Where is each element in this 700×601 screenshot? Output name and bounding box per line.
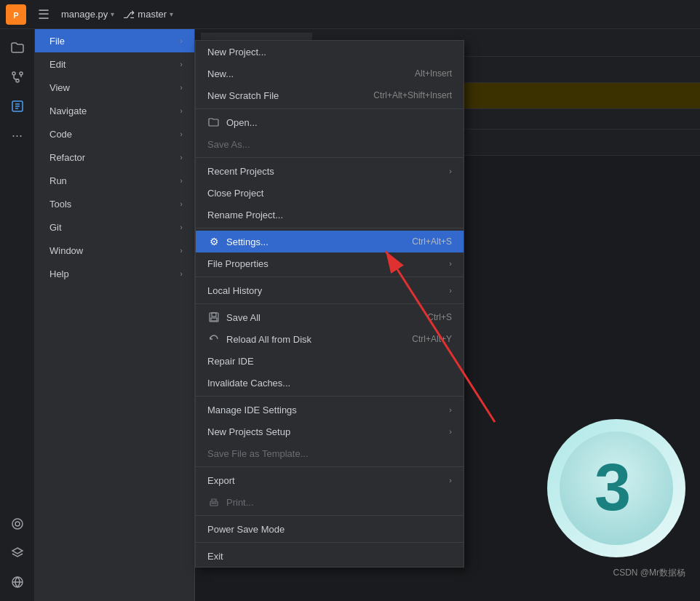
svg-rect-13 (212, 503, 216, 504)
menu-item-file[interactable]: File › (35, 29, 194, 52)
menu-item-edit[interactable]: Edit › (35, 52, 194, 76)
sidebar-icons: ··· (0, 29, 35, 601)
branch-icon: ⎇ (123, 9, 135, 20)
submenu-recent-projects[interactable]: Recent Projects › (196, 160, 464, 182)
svg-rect-11 (211, 318, 217, 321)
separator (196, 276, 464, 277)
separator (196, 157, 464, 158)
sidebar-icon-layers[interactable] (4, 540, 31, 566)
separator (196, 466, 464, 467)
sidebar-icon-folder[interactable] (4, 35, 31, 61)
svg-text:P: P (13, 11, 18, 20)
menu-item-view[interactable]: View › (35, 76, 194, 99)
submenu-open[interactable]: Open... (196, 111, 464, 133)
submenu-local-history[interactable]: Local History › (196, 279, 464, 301)
menu-item-window[interactable]: Window › (35, 239, 194, 262)
submenu-reload-all[interactable]: Reload All from Disk Ctrl+Alt+Y (196, 328, 464, 350)
hamburger-menu[interactable]: ☰ (35, 4, 52, 25)
menu-item-navigate[interactable]: Navigate › (35, 99, 194, 122)
separator (196, 396, 464, 397)
submenu-item-label: New Scratch File (207, 90, 279, 101)
submenu-item-label: Export (207, 475, 235, 486)
submenu-item-label: New Projects Setup (207, 426, 290, 437)
sidebar-icon-active[interactable] (4, 93, 31, 119)
sidebar-bottom (4, 511, 31, 595)
submenu-shortcut: Alt+Insert (415, 68, 452, 79)
menu-item-run[interactable]: Run › (35, 169, 194, 192)
print-icon (207, 495, 220, 509)
submenu-invalidate-caches[interactable]: Invalidate Caches... (196, 372, 464, 394)
submenu-item-label: Repair IDE (207, 356, 254, 367)
submenu-item-label: Open... (226, 117, 258, 128)
submenu-shortcut: Ctrl+S (427, 312, 452, 322)
submenu-save-all[interactable]: Save All Ctrl+S (196, 306, 464, 328)
sidebar-icon-plugins[interactable] (4, 511, 31, 537)
submenu-power-save[interactable]: Power Save Mode (196, 518, 464, 540)
csdn-watermark: CSDN @Mr数据杨 (613, 567, 685, 579)
app-logo: P (6, 4, 26, 25)
branch-selector[interactable]: ⎇ master ▾ (123, 9, 173, 20)
submenu-arrow: › (449, 286, 452, 295)
submenu-item-label: Close Project (207, 188, 263, 199)
svg-point-2 (12, 72, 15, 75)
gear-icon: ⚙ (207, 235, 220, 248)
svg-point-6 (12, 519, 23, 529)
submenu-settings[interactable]: ⚙ Settings... Ctrl+Alt+S (196, 231, 464, 252)
submenu-shortcut: Ctrl+Alt+S (412, 236, 452, 247)
submenu-manage-ide[interactable]: Manage IDE Settings › (196, 399, 464, 421)
sidebar-icon-more[interactable]: ··· (4, 122, 31, 148)
submenu-arrow: › (449, 405, 452, 414)
submenu-new-projects-setup[interactable]: New Projects Setup › (196, 421, 464, 442)
menu-item-git[interactable]: Git › (35, 215, 194, 239)
separator (196, 108, 464, 109)
submenu-item-label: Local History (207, 285, 262, 296)
svg-point-7 (15, 522, 20, 526)
submenu-file-properties[interactable]: File Properties › (196, 252, 464, 274)
sidebar-icon-remote[interactable] (4, 569, 31, 595)
svg-text:3: 3 (594, 451, 631, 524)
save-icon (207, 311, 220, 324)
submenu-new[interactable]: New... Alt+Insert (196, 63, 464, 84)
folder-icon (207, 116, 220, 129)
file-submenu: New Project... New... Alt+Insert New Scr… (195, 40, 464, 568)
reload-icon (207, 333, 220, 346)
submenu-close-project[interactable]: Close Project (196, 182, 464, 204)
submenu-item-label: Recent Projects (207, 166, 274, 177)
submenu-item-label: Save All (226, 312, 260, 323)
separator (196, 228, 464, 228)
menu-item-help[interactable]: Help › (35, 262, 194, 285)
submenu-item-label: Reload All from Disk (226, 334, 311, 345)
submenu-save-as[interactable]: Save As... (196, 133, 464, 155)
separator (196, 303, 464, 304)
top-bar: P ☰ manage.py ▾ ⎇ master ▾ (0, 0, 700, 29)
submenu-export[interactable]: Export › (196, 469, 464, 491)
menu-item-tools[interactable]: Tools › (35, 192, 194, 215)
submenu-item-label: Settings... (226, 236, 269, 247)
separator (196, 542, 464, 543)
submenu-rename-project[interactable]: Rename Project... (196, 204, 464, 226)
submenu-item-label: Save File as Template... (207, 448, 309, 459)
submenu-item-label: Invalidate Caches... (207, 378, 290, 389)
submenu-item-label: Manage IDE Settings (207, 405, 297, 415)
svg-point-3 (20, 72, 23, 75)
svg-rect-10 (212, 313, 216, 317)
sidebar-icon-vcs[interactable] (4, 64, 31, 90)
submenu-arrow: › (449, 476, 452, 485)
submenu-new-scratch[interactable]: New Scratch File Ctrl+Alt+Shift+Insert (196, 84, 464, 106)
submenu-shortcut: Ctrl+Alt+Shift+Insert (373, 90, 452, 100)
submenu-item-label: Power Save Mode (207, 524, 285, 535)
file-menu-panel: File › Edit › View › Navigate › Code › R… (35, 29, 195, 601)
submenu-arrow: › (449, 427, 452, 436)
submenu-print[interactable]: Print... (196, 491, 464, 513)
submenu-save-template[interactable]: Save File as Template... (196, 442, 464, 464)
submenu-new-project[interactable]: New Project... (196, 41, 464, 63)
submenu-repair-ide[interactable]: Repair IDE (196, 350, 464, 372)
submenu-arrow: › (449, 259, 452, 268)
main-layout: ··· Fil (0, 29, 700, 601)
submenu-item-label: New... (207, 68, 234, 79)
menu-item-code[interactable]: Code › (35, 122, 194, 146)
submenu-item-label: Save As... (207, 139, 250, 150)
submenu-exit[interactable]: Exit (196, 545, 464, 567)
menu-item-refactor[interactable]: Refactor › (35, 146, 194, 169)
file-title[interactable]: manage.py ▾ (61, 9, 114, 20)
